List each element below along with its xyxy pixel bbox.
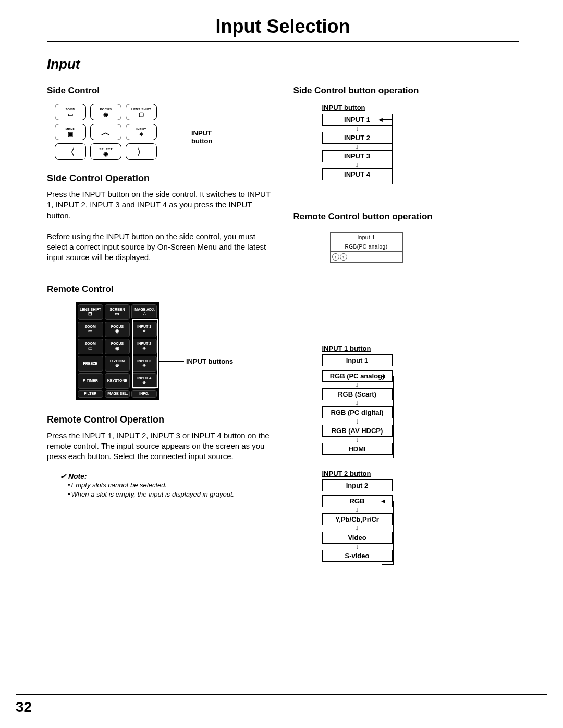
- chevron-right-icon: 〉: [137, 146, 146, 158]
- input-button: INPUT⎆: [126, 124, 157, 140]
- page-number: 32: [16, 699, 32, 715]
- remote-input-2: INPUT 2⎆: [131, 339, 157, 354]
- note-item-2: When a slot is empty, the input is displ…: [68, 490, 273, 499]
- flow3-label: INPUT 2 button: [322, 470, 393, 477]
- side-op-paragraph-1: Press the INPUT button on the side contr…: [47, 189, 273, 221]
- remote-input-3: INPUT 3⎆: [131, 356, 157, 372]
- focus-button: FOCUS◉: [90, 104, 121, 120]
- flow-input1-button: INPUT 1 button Input 1 RGB (PC analog) R…: [322, 344, 393, 455]
- zoom-icon: ▭: [68, 112, 73, 117]
- osd-source: RGB(PC analog): [331, 242, 402, 252]
- lens-shift-icon: ▢: [139, 112, 144, 117]
- side-control-operation-heading: Side Control Operation: [47, 173, 273, 184]
- flow1-label: INPUT button: [322, 104, 393, 112]
- osd-icon-1: ↕: [332, 253, 339, 261]
- remote-input-1: INPUT 1⎆: [131, 322, 157, 337]
- remote-keystone: KEYSTONE: [105, 373, 130, 389]
- remote-dzoom: D.ZOOM⊕: [105, 356, 130, 372]
- flow-input-button: INPUT button INPUT 1 INPUT 2 INPUT 3 INP…: [322, 104, 393, 180]
- remote-focus-down: FOCUS◉: [105, 339, 130, 354]
- remote-control-diagram: LENS SHIFT⊟ SCREEN▭ IMAGE ADJ.∴ ZOOM▭ FO…: [76, 302, 242, 400]
- note-heading: ✔ Note:: [60, 472, 273, 480]
- page-title: Input Selection: [47, 16, 519, 38]
- remote-focus-up: FOCUS◉: [105, 322, 130, 337]
- osd-input: Input 1: [331, 233, 402, 242]
- right-arrow-button: 〉: [126, 143, 157, 160]
- loop-line: [382, 501, 394, 565]
- side-op-paragraph-2: Before using the INPUT button on the sid…: [47, 231, 273, 263]
- menu-icon: ▣: [68, 131, 73, 137]
- remote-screen: SCREEN▭: [105, 304, 130, 320]
- bottom-rule: [16, 694, 547, 695]
- osd-icon-2: ↕: [340, 253, 347, 261]
- select-icon: ◉: [103, 151, 108, 157]
- remote-info: INFO.: [131, 390, 157, 398]
- loop-line: [382, 376, 394, 458]
- input-button-callout: INPUT button: [191, 129, 222, 145]
- leader-line-2: [159, 361, 184, 362]
- zoom-button: ZOOM▭: [55, 104, 86, 120]
- remote-control-heading: Remote Control: [47, 284, 273, 294]
- input-icon: ⎆: [140, 131, 143, 137]
- remote-op-paragraph: Press the INPUT 1, INPUT 2, INPUT 3 or I…: [47, 430, 273, 462]
- loop-arrowhead: ◄: [380, 372, 387, 380]
- lens-shift-button: LENS SHIFT▢: [126, 104, 157, 120]
- remote-lens-shift: LENS SHIFT⊟: [78, 304, 103, 320]
- input-buttons-callout: INPUT buttons: [186, 357, 233, 365]
- right-column: Side Control button operation INPUT butt…: [293, 85, 519, 562]
- side-control-button-op-heading: Side Control button operation: [293, 85, 519, 96]
- flow3-first: Input 2: [322, 479, 393, 491]
- flow2-first: Input 1: [322, 354, 393, 366]
- remote-zoom-up: ZOOM▭: [78, 322, 103, 337]
- remote-ptimer: P-TIMER: [78, 373, 103, 389]
- note-item-1: Empty slots cannot be selected.: [68, 480, 273, 490]
- up-arrow-button: ︿: [90, 124, 121, 140]
- remote-control-button-op-heading: Remote Control button operation: [293, 212, 519, 222]
- remote-input-4: INPUT 4⎆: [131, 373, 157, 389]
- loop-arrowhead: ◄: [377, 116, 384, 124]
- remote-freeze: FREEZE: [78, 356, 103, 372]
- title-rule: [47, 41, 519, 43]
- remote-filter: FILTER: [78, 390, 103, 398]
- chevron-up-icon: ︿: [101, 126, 111, 139]
- chevron-left-icon: 〈: [66, 146, 75, 158]
- side-control-diagram: ZOOM▭ FOCUS◉ LENS SHIFT▢ MENU▣ ︿ INPUT⎆ …: [55, 104, 222, 160]
- loop-arrowhead: ◄: [380, 497, 387, 505]
- leader-line: [158, 133, 189, 133]
- section-title: Input: [47, 56, 519, 72]
- left-arrow-button: 〈: [55, 143, 86, 160]
- remote-zoom-down: ZOOM▭: [78, 339, 103, 354]
- loop-line: [380, 119, 393, 184]
- remote-image-sel: IMAGE SEL.: [105, 390, 130, 398]
- osd-preview: Input 1 RGB(PC analog) ↕ ↕: [307, 230, 468, 334]
- menu-button: MENU▣: [55, 124, 86, 140]
- select-button: SELECT◉: [90, 143, 121, 160]
- note-list: Empty slots cannot be selected. When a s…: [68, 480, 273, 499]
- left-column: Side Control ZOOM▭ FOCUS◉ LENS SHIFT▢ ME…: [47, 85, 273, 562]
- focus-icon: ◉: [103, 112, 108, 117]
- flow-input2-button: INPUT 2 button Input 2 RGB Y,Pb/Cb,Pr/Cr…: [322, 470, 393, 562]
- remote-image-adj: IMAGE ADJ.∴: [131, 304, 157, 320]
- side-control-heading: Side Control: [47, 85, 273, 96]
- remote-control-operation-heading: Remote Control Operation: [47, 414, 273, 425]
- flow2-label: INPUT 1 button: [322, 344, 393, 352]
